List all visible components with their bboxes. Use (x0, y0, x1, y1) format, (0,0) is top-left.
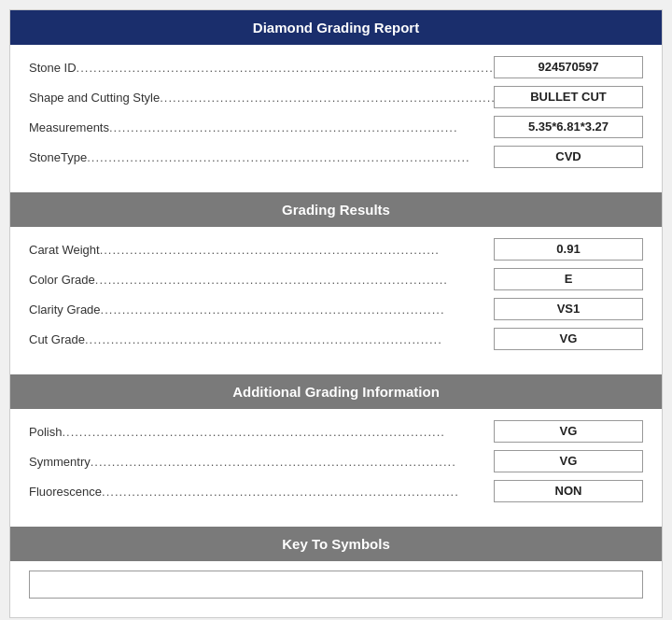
row-dots: ........................................… (91, 455, 494, 469)
row-label: Carat Weight (29, 243, 100, 257)
row-dots: ........................................… (101, 303, 494, 317)
table-row: Polish..................................… (29, 420, 643, 443)
row-label: Polish (29, 425, 62, 439)
row-value: VG (494, 328, 643, 350)
row-value: BULLET CUT (494, 86, 643, 108)
row-label: Stone ID (29, 61, 77, 75)
row-dots: ........................................… (100, 243, 494, 257)
table-row: Carat Weight............................… (29, 238, 643, 261)
row-value: 924570597 (494, 56, 643, 78)
row-label: Symmentry (29, 455, 91, 469)
grading-title: Grading Results (282, 202, 390, 218)
row-value: CVD (494, 146, 643, 168)
main-header: Diamond Grading Report (10, 10, 662, 45)
report-container: Diamond Grading Report Stone ID.........… (9, 9, 663, 618)
row-dots: ........................................… (62, 425, 494, 439)
table-row: Symmentry...............................… (29, 450, 643, 472)
key-symbols-section (10, 561, 662, 617)
key-symbols-box (29, 571, 643, 599)
table-row: Shape and Cutting Style.................… (29, 86, 643, 108)
row-dots: ........................................… (87, 150, 494, 164)
grading-header: Grading Results (10, 192, 662, 227)
row-label: Cut Grade (29, 332, 85, 346)
row-value: VG (494, 450, 643, 472)
additional-section: Polish..................................… (10, 409, 662, 517)
key-symbols-header: Key To Symbols (10, 527, 662, 561)
row-label: Clarity Grade (29, 303, 101, 317)
stone-info-section: Stone ID................................… (10, 45, 662, 183)
table-row: Color Grade.............................… (29, 268, 643, 290)
grading-section: Carat Weight............................… (10, 227, 662, 365)
row-label: Fluorescence (29, 485, 102, 499)
row-label: Measurements (29, 120, 109, 134)
table-row: Cut Grade...............................… (29, 328, 643, 350)
row-dots: ........................................… (160, 91, 494, 105)
table-row: Clarity Grade...........................… (29, 298, 643, 320)
row-dots: ........................................… (109, 120, 494, 134)
row-dots: ........................................… (95, 273, 494, 287)
row-value: 0.91 (494, 238, 643, 261)
row-value: NON (494, 480, 643, 502)
main-title: Diamond Grading Report (253, 20, 419, 35)
additional-header: Additional Grading Information (10, 374, 662, 409)
table-row: Stone ID................................… (29, 56, 643, 78)
row-dots: ........................................… (85, 332, 494, 346)
row-label: Color Grade (29, 273, 95, 287)
additional-title: Additional Grading Information (232, 384, 440, 400)
row-dots: ........................................… (102, 485, 494, 499)
table-row: Measurements............................… (29, 116, 643, 138)
row-label: StoneType (29, 150, 87, 164)
table-row: StoneType...............................… (29, 146, 643, 168)
row-dots: ........................................… (77, 61, 494, 75)
key-symbols-title: Key To Symbols (282, 536, 390, 552)
row-value: 5.35*6.81*3.27 (494, 116, 643, 138)
row-value: VG (494, 420, 643, 443)
row-value: E (494, 268, 643, 290)
row-value: VS1 (494, 298, 643, 320)
row-label: Shape and Cutting Style (29, 91, 160, 105)
table-row: Fluorescence............................… (29, 480, 643, 502)
